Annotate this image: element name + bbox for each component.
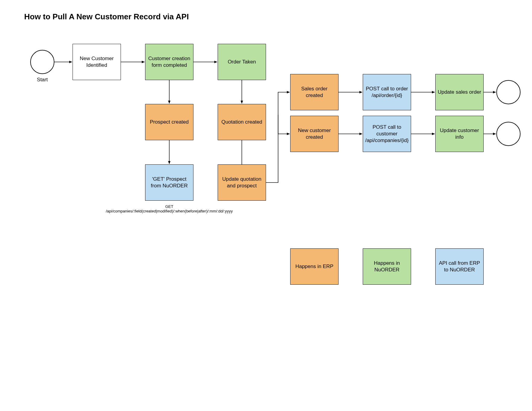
node-sales-order-created: Sales order created: [290, 74, 339, 110]
node-label: Update sales order: [438, 89, 481, 95]
node-new-customer-created: New customer created: [290, 116, 339, 152]
legend-label: Happens in ERP: [295, 263, 333, 270]
end-circle-bottom: [496, 122, 521, 146]
legend-label: API call from ERP to NuORDER: [437, 260, 482, 273]
node-label: Quotation created: [221, 119, 262, 125]
node-order-taken: Order Taken: [218, 44, 266, 80]
node-post-order: POST call to order /api/order/{id}: [363, 74, 411, 110]
node-label: 'GET' Prospect from NuORDER: [147, 176, 191, 189]
legend-erp: Happens in ERP: [290, 248, 339, 285]
diagram-canvas: How to Pull A New Customer Record via AP…: [0, 0, 532, 411]
node-get-prospect: 'GET' Prospect from NuORDER: [145, 164, 193, 201]
node-label: Sales order created: [292, 86, 336, 99]
legend-nuorder: Happens in NuORDER: [363, 248, 411, 285]
node-label: Order Taken: [228, 59, 256, 65]
end-circle-top: [496, 80, 521, 104]
node-label: New customer created: [292, 127, 336, 141]
node-label: Prospect created: [150, 119, 189, 125]
legend-label: Happens in NuORDER: [365, 260, 409, 273]
node-customer-creation-form: Customer creation form completed: [145, 44, 193, 80]
node-label: Update quotation and prospect: [220, 176, 264, 189]
start-circle: [30, 50, 54, 74]
node-quotation-created: Quotation created: [218, 104, 266, 140]
get-api-caption: GET /api/companies/:field(created|modifi…: [103, 204, 236, 213]
node-label: Customer creation form completed: [147, 55, 191, 69]
node-new-customer-identified: New Customer Identified: [73, 44, 121, 80]
node-label: POST call to order /api/order/{id}: [365, 86, 409, 99]
node-update-customer-info: Update customer info: [435, 116, 484, 152]
node-post-customer: POST call to customer /api/companies/{id…: [363, 116, 411, 152]
legend-api: API call from ERP to NuORDER: [435, 248, 484, 285]
node-label: POST call to customer /api/companies/{id…: [365, 124, 409, 144]
node-update-sales-order: Update sales order: [435, 74, 484, 110]
node-label: New Customer Identified: [75, 55, 119, 69]
node-update-quotation: Update quotation and prospect: [218, 164, 266, 201]
diagram-title: How to Pull A New Customer Record via AP…: [24, 12, 189, 21]
start-label: Start: [30, 77, 54, 83]
node-label: Update customer info: [437, 127, 482, 141]
node-prospect-created: Prospect created: [145, 104, 193, 140]
